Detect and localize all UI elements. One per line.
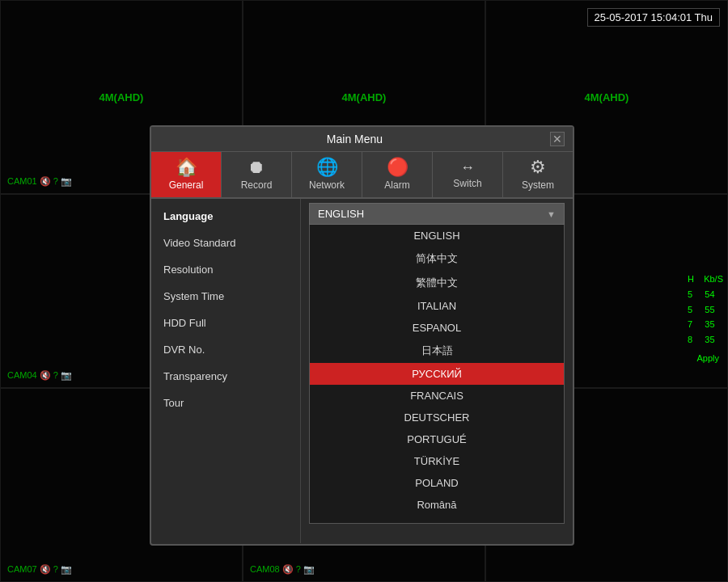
language-dropdown-header[interactable]: ENGLISH ▼ <box>309 203 565 225</box>
tab-network[interactable]: 🌐 Network <box>292 152 362 197</box>
tab-general[interactable]: 🏠 General <box>151 152 222 197</box>
dialog-body: Language Video Standard Resolution Syste… <box>151 199 573 543</box>
network-icon: 🌐 <box>316 158 338 176</box>
sidebar-item-dvr-no[interactable]: DVR No. <box>151 336 300 363</box>
dropdown-arrow-icon: ▼ <box>547 209 556 219</box>
ahd-label-3: 4M(AHD) <box>585 91 629 103</box>
lang-french[interactable]: FRANCAIS <box>310 385 564 407</box>
nav-tabs: 🏠 General ⏺ Record 🌐 Network 🔴 Alarm ↔️ … <box>151 152 573 199</box>
sidebar-item-resolution[interactable]: Resolution <box>151 256 300 283</box>
lang-japanese[interactable]: 日本語 <box>310 339 564 363</box>
sidebar-item-tour[interactable]: Tour <box>151 390 300 416</box>
sidebar-item-hdd-full[interactable]: HDD Full <box>151 310 300 336</box>
lang-simplified-chinese[interactable]: 简体中文 <box>310 247 564 271</box>
stats-header: H Kb/S <box>688 272 723 287</box>
sidebar-item-video-standard[interactable]: Video Standard <box>151 230 300 256</box>
sidebar-item-transparency[interactable]: Transparency <box>151 363 300 390</box>
tab-system-label: System <box>522 179 554 191</box>
lang-polish[interactable]: POLAND <box>310 472 564 494</box>
lang-hungarian[interactable]: HUNGARIAN <box>310 516 564 524</box>
cam-label-1: CAM01 🔇 ? 📷 <box>7 176 72 187</box>
cam-label-7: CAM07 🔇 ? 📷 <box>7 564 72 575</box>
tab-alarm-label: Alarm <box>384 179 409 191</box>
sidebar-item-language[interactable]: Language <box>151 203 300 230</box>
system-icon: ⚙ <box>530 158 546 176</box>
language-dropdown-container: ENGLISH ▼ ENGLISH 简体中文 繁體中文 ITALIAN ESPA… <box>309 203 565 524</box>
lang-russian[interactable]: РУССКИЙ <box>310 363 564 385</box>
dialog-title: Main Menu <box>159 133 550 146</box>
stats-row-3: 7 35 <box>688 317 723 332</box>
tab-switch-label: Switch <box>453 178 481 189</box>
dialog-titlebar: Main Menu ✕ <box>151 127 573 152</box>
tab-network-label: Network <box>309 179 345 191</box>
tab-record[interactable]: ⏺ Record <box>222 152 292 197</box>
datetime-display: 25-05-2017 15:04:01 Thu <box>587 8 721 27</box>
stats-row-2: 5 55 <box>688 302 723 318</box>
tab-switch[interactable]: ↔️ Switch <box>433 152 503 197</box>
cam-label-8: CAM08 🔇 ? 📷 <box>250 564 315 575</box>
sidebar-item-system-time[interactable]: System Time <box>151 283 300 310</box>
cam-label-4: CAM04 🔇 ? 📷 <box>7 370 72 381</box>
lang-english[interactable]: ENGLISH <box>310 225 564 247</box>
tab-record-label: Record <box>241 179 273 191</box>
language-dropdown-list[interactable]: ENGLISH 简体中文 繁體中文 ITALIAN ESPANOL 日本語 РУ… <box>309 225 565 524</box>
settings-sidebar: Language Video Standard Resolution Syste… <box>151 199 301 543</box>
tab-alarm[interactable]: 🔴 Alarm <box>362 152 433 197</box>
stats-row-1: 5 54 <box>688 287 723 302</box>
stats-row-4: 8 35 <box>688 332 723 348</box>
lang-romanian[interactable]: Română <box>310 494 564 516</box>
main-menu-dialog: Main Menu ✕ 🏠 General ⏺ Record 🌐 Network… <box>150 125 574 546</box>
alarm-icon: 🔴 <box>387 158 408 176</box>
lang-espanol[interactable]: ESPANOL <box>310 317 564 339</box>
ahd-label-2: 4M(AHD) <box>342 91 387 103</box>
lang-traditional-chinese[interactable]: 繁體中文 <box>310 271 564 295</box>
lang-german[interactable]: DEUTSCHER <box>310 407 564 428</box>
tab-system[interactable]: ⚙ System <box>503 152 573 197</box>
selected-language: ENGLISH <box>318 208 364 220</box>
record-icon: ⏺ <box>248 158 265 176</box>
switch-icon: ↔️ <box>460 160 475 175</box>
ahd-label-1: 4M(AHD) <box>99 91 144 103</box>
close-button[interactable]: ✕ <box>550 132 565 146</box>
lang-turkish[interactable]: TÜRKİYE <box>310 450 564 472</box>
content-area: ENGLISH ▼ ENGLISH 简体中文 繁體中文 ITALIAN ESPA… <box>301 199 573 543</box>
lang-portuguese[interactable]: PORTUGUÉ <box>310 428 564 450</box>
lang-italian[interactable]: ITALIAN <box>310 295 564 317</box>
tab-general-label: General <box>169 179 204 191</box>
general-icon: 🏠 <box>176 158 197 176</box>
